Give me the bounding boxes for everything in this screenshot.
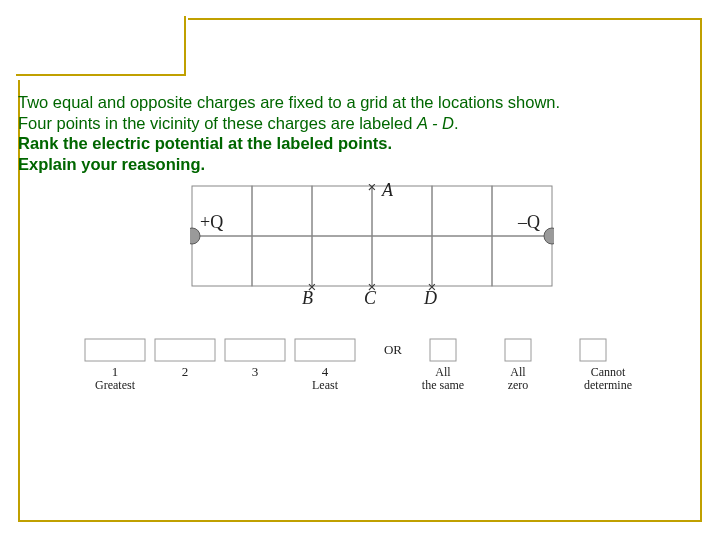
svg-rect-10 [432,236,492,286]
rank-box-all-same[interactable] [430,339,456,361]
svg-rect-2 [312,186,372,236]
rank-cannot-2: determine [584,378,632,392]
problem-line-2-labels: A - D [417,114,454,132]
charge-minus-q [544,228,554,244]
slide: Two equal and opposite charges are fixed… [0,0,720,540]
label-a: A [382,180,393,201]
svg-rect-4 [432,186,492,236]
label-minus-q: –Q [517,212,540,232]
rank-allsame-2: the same [422,378,464,392]
rank-number-1: 1 [112,364,119,379]
label-plus-q: +Q [200,212,223,232]
corner-notch [16,16,186,76]
rank-number-2: 2 [182,364,189,379]
svg-rect-3 [372,186,432,236]
rank-least: Least [312,378,339,392]
problem-line-2: Four points in the vicinity of these cha… [18,113,702,134]
rank-or: OR [384,342,402,357]
rank-box-cannot[interactable] [580,339,606,361]
svg-rect-8 [312,236,372,286]
rank-greatest: Greatest [95,378,136,392]
rank-box-1[interactable] [85,339,145,361]
rank-box-4[interactable] [295,339,355,361]
rank-box-2[interactable] [155,339,215,361]
rank-allsame-1: All [435,365,451,379]
rank-number-4: 4 [322,364,329,379]
svg-rect-6 [192,236,252,286]
problem-line-2c: . [454,114,459,132]
problem-text: Two equal and opposite charges are fixed… [18,92,702,175]
rank-allzero-1: All [510,365,526,379]
svg-rect-7 [252,236,312,286]
point-a-marker: × [368,184,377,195]
problem-line-2a: Four points in the vicinity of these cha… [18,114,417,132]
svg-rect-11 [492,236,552,286]
charge-plus-q [190,228,200,244]
problem-line-4: Explain your reasoning. [18,154,702,175]
rank-box-3[interactable] [225,339,285,361]
charge-grid-diagram: +Q –Q × × × × A B C D [190,184,554,306]
rank-number-3: 3 [252,364,259,379]
problem-line-3: Rank the electric potential at the label… [18,133,702,154]
svg-rect-9 [372,236,432,286]
label-d: D [424,288,437,309]
rank-box-all-zero[interactable] [505,339,531,361]
svg-rect-1 [252,186,312,236]
rank-allzero-2: zero [508,378,529,392]
rank-cannot-1: Cannot [591,365,626,379]
ranking-strip: 1 2 3 4 Greatest Least OR All the same A… [75,336,675,396]
label-c: C [364,288,376,309]
label-b: B [302,288,313,309]
problem-line-1: Two equal and opposite charges are fixed… [18,92,702,113]
